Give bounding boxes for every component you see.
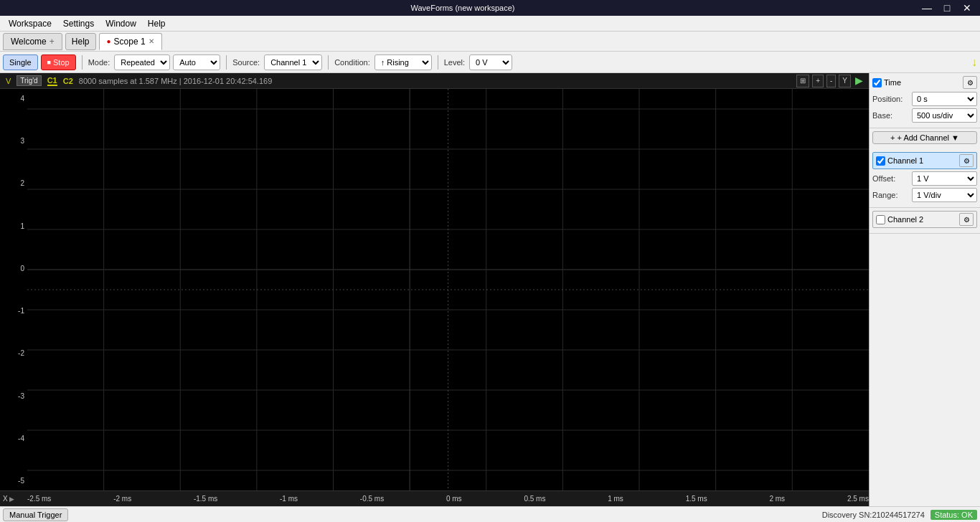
channel1-section: Channel 1 ⚙ Offset: 1 V Range: 1 V/div <box>870 149 980 208</box>
tab-scope-label: Scope 1 <box>114 37 146 47</box>
stop-label: Stop <box>53 58 70 67</box>
add-icon: + <box>890 133 895 142</box>
add-channel-button[interactable]: + + Add Channel ▼ <box>872 131 977 144</box>
status-left: Manual Trigger <box>3 508 68 521</box>
source-label: Source: <box>232 58 260 67</box>
time-section: Time ⚙ Position: 0 s Base: 500 us/div <box>870 73 980 128</box>
run-indicator: ▶ <box>855 75 863 87</box>
y-label-n5: -5 <box>0 477 27 485</box>
status-right: Discovery SN:210244517274 Status: OK <box>822 510 977 520</box>
base-select[interactable]: 500 us/div <box>912 108 977 123</box>
auto-select[interactable]: Auto Normal None <box>173 54 220 70</box>
ch2-label: Channel 2 <box>887 215 923 224</box>
channel1-header: Channel 1 ⚙ <box>872 152 977 169</box>
scope-panel: V Trig'd C1 C2 8000 samples at 1.587 MHz… <box>0 73 869 506</box>
mode-label: Mode: <box>88 58 110 67</box>
offset-select[interactable]: 1 V <box>912 171 977 186</box>
menu-bar: Workspace Settings Window Help <box>0 16 980 32</box>
tab-help[interactable]: Help <box>65 33 96 50</box>
y-label-2: 2 <box>0 179 27 187</box>
x-label-0: 0 ms <box>446 495 462 503</box>
x-label-n25: -2.5 ms <box>27 495 51 503</box>
ch2-checkbox-label[interactable]: Channel 2 <box>876 215 923 224</box>
range-label: Range: <box>872 191 912 199</box>
x-label-n10: -1 ms <box>280 495 298 503</box>
single-label: Single <box>9 58 32 67</box>
status-bar: Manual Trigger Discovery SN:210244517274… <box>0 506 980 522</box>
title-bar-title: WaveForms (new workspace) <box>6 4 920 12</box>
minimize-button[interactable]: — <box>920 1 934 15</box>
offset-label: Offset: <box>872 174 912 183</box>
source-select[interactable]: Channel 1 Channel 2 <box>264 54 322 70</box>
scope-controls: ⊞ + - Y ▶ <box>796 75 863 87</box>
position-select[interactable]: 0 s <box>912 92 977 106</box>
ch1-badge: C1 <box>47 76 57 86</box>
add-channel-dropdown-icon[interactable]: ▼ <box>951 133 959 142</box>
waveform-area[interactable]: 4 3 2 1 0 -1 -2 -3 -4 -5 <box>0 89 869 490</box>
add-channel-section: + + Add Channel ▼ <box>870 128 980 149</box>
position-label: Position: <box>872 95 912 103</box>
x-label-05: 0.5 ms <box>524 495 545 503</box>
time-checkbox[interactable] <box>872 78 882 87</box>
ch1-checkbox[interactable] <box>876 156 885 166</box>
ch1-config-button[interactable]: ⚙ <box>959 154 974 167</box>
ch2-config-button[interactable]: ⚙ <box>959 213 974 226</box>
tab-welcome[interactable]: Welcome + <box>3 33 62 50</box>
scope-toolbar: Single ■ Stop Mode: Repeated Single Scre… <box>0 52 980 73</box>
range-select[interactable]: 1 V/div <box>912 188 977 202</box>
ch2-badge: C2 <box>63 77 73 85</box>
zoom-out-button[interactable]: - <box>826 75 836 87</box>
base-row: Base: 500 us/div <box>872 108 977 123</box>
x-axis-prefix: X ▶ <box>0 495 14 503</box>
menu-settings[interactable]: Settings <box>57 17 100 30</box>
waveform-svg <box>27 89 869 490</box>
y-label-3: 3 <box>0 137 27 145</box>
menu-workspace[interactable]: Workspace <box>3 17 57 30</box>
x-label-n05: -0.5 ms <box>360 495 384 503</box>
add-channel-label: + Add Channel <box>897 133 949 142</box>
add-tab-icon[interactable]: + <box>50 37 55 47</box>
ch2-checkbox[interactable] <box>876 215 885 224</box>
x-axis-bar: X ▶ -2.5 ms -2 ms -1.5 ms -1 ms -0.5 ms … <box>0 490 869 506</box>
ch1-checkbox-label[interactable]: Channel 1 <box>876 156 923 166</box>
menu-window[interactable]: Window <box>100 17 142 30</box>
discovery-sn: Discovery SN:210244517274 <box>822 511 925 519</box>
x-axis-labels: -2.5 ms -2 ms -1.5 ms -1 ms -0.5 ms 0 ms… <box>27 495 869 503</box>
x-label-15: 1.5 ms <box>686 495 707 503</box>
main-content: V Trig'd C1 C2 8000 samples at 1.587 MHz… <box>0 73 980 506</box>
single-button[interactable]: Single <box>3 54 38 70</box>
scope-area: Single ■ Stop Mode: Repeated Single Scre… <box>0 52 980 522</box>
status-ok-badge: Status: OK <box>930 510 977 520</box>
ch1-label: Channel 1 <box>887 156 923 165</box>
time-label: Time <box>884 78 901 87</box>
zoom-fit-button[interactable]: ⊞ <box>796 75 809 87</box>
base-label: Base: <box>872 111 912 120</box>
channel2-section: Channel 2 ⚙ <box>870 208 980 234</box>
tab-bar: Welcome + Help ● Scope 1 ✕ <box>0 32 980 52</box>
y-label-0: 0 <box>0 265 27 272</box>
menu-help[interactable]: Help <box>142 17 171 30</box>
position-row: Position: 0 s <box>872 92 977 106</box>
level-select[interactable]: 0 V <box>469 54 512 70</box>
stop-button[interactable]: ■ Stop <box>41 54 76 70</box>
mode-select[interactable]: Repeated Single Screen <box>114 54 170 70</box>
y-axis: 4 3 2 1 0 -1 -2 -3 -4 -5 <box>0 89 27 490</box>
channel2-header: Channel 2 ⚙ <box>872 211 977 228</box>
time-config-button[interactable]: ⚙ <box>963 76 977 89</box>
zoom-in-button[interactable]: + <box>812 75 824 87</box>
maximize-button[interactable]: □ <box>940 1 954 15</box>
x-label: X <box>3 495 8 503</box>
close-button[interactable]: ✕ <box>960 1 974 15</box>
y-label-n1: -1 <box>0 307 27 315</box>
offset-row: Offset: 1 V <box>872 171 977 186</box>
x-label-n15: -1.5 ms <box>194 495 217 503</box>
scope-info-text: 8000 samples at 1.587 MHz | 2016-12-01 2… <box>79 77 272 85</box>
y-axis-button[interactable]: Y <box>839 75 851 87</box>
time-checkbox-label[interactable]: Time <box>872 78 901 87</box>
y-label-4: 4 <box>0 95 27 103</box>
manual-trigger-button[interactable]: Manual Trigger <box>3 508 68 521</box>
tab-scope[interactable]: ● Scope 1 ✕ <box>99 33 162 50</box>
condition-select[interactable]: ↑ Rising ↓ Falling <box>374 54 432 70</box>
x-label-25: 2.5 ms <box>847 495 869 503</box>
tab-scope-close[interactable]: ✕ <box>149 37 154 45</box>
